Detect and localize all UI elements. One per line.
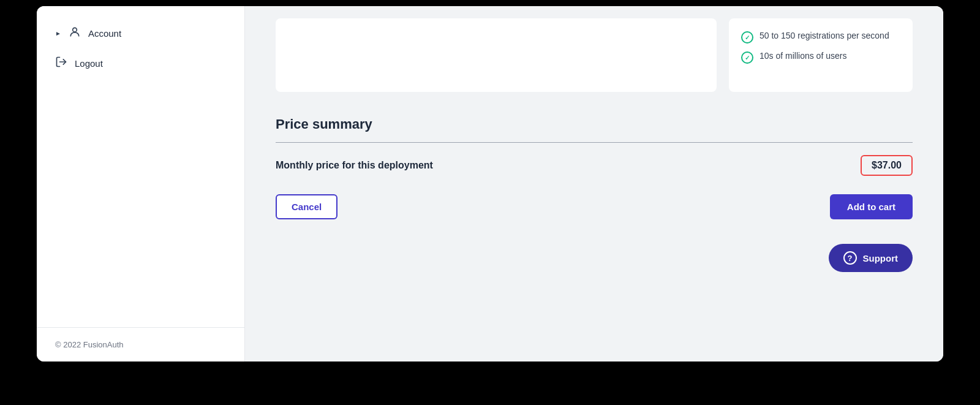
price-divider [276,142,913,143]
svg-point-0 [73,28,77,32]
support-button[interactable]: ? Support [829,244,913,272]
main-content: 50 to 150 registrations per second 10s o… [245,6,943,361]
logout-label: Logout [75,58,103,69]
price-row: Monthly price for this deployment $37.00 [276,155,913,176]
account-label: Account [88,28,121,39]
sidebar-footer: © 2022 FusionAuth [37,327,244,361]
account-icon [69,26,81,41]
copyright-text: © 2022 FusionAuth [55,340,123,349]
sidebar-nav: ► Account Logout [37,12,244,327]
sidebar-item-account[interactable]: ► Account [37,18,244,48]
buttons-row: Cancel Add to cart [276,194,913,219]
check-text-2: 10s of millions of users [760,51,846,61]
support-area: ? Support [276,244,913,272]
check-item-1: 50 to 150 registrations per second [741,31,900,44]
check-text-1: 50 to 150 registrations per second [760,31,889,40]
add-to-cart-button[interactable]: Add to cart [830,194,913,219]
price-summary-title: Price summary [276,116,913,132]
check-icon-1 [741,31,753,44]
support-label: Support [863,253,899,263]
logout-icon [55,56,67,71]
sidebar-item-logout[interactable]: Logout [37,48,244,78]
cancel-button[interactable]: Cancel [276,194,337,219]
monthly-price-label: Monthly price for this deployment [276,160,433,171]
price-summary-section: Price summary Monthly price for this dep… [276,110,913,278]
card-right: 50 to 150 registrations per second 10s o… [729,18,913,92]
cards-row: 50 to 150 registrations per second 10s o… [276,18,913,92]
card-left [276,18,717,92]
chevron-right-icon: ► [55,30,61,37]
check-icon-2 [741,51,753,64]
support-icon: ? [843,251,857,265]
price-value: $37.00 [861,155,913,176]
check-item-2: 10s of millions of users [741,51,900,64]
sidebar: ► Account Logout [37,6,245,361]
